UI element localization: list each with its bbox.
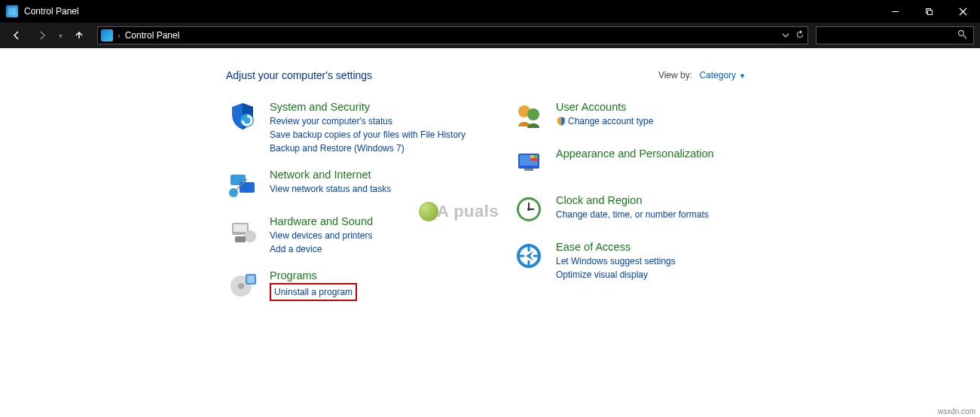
category-hardware: Hardware and SoundView devices and print…: [226, 215, 467, 256]
programs-icon[interactable]: [226, 269, 259, 303]
page-title: Adjust your computer's settings: [226, 69, 372, 81]
category-link[interactable]: Uninstall a program: [270, 283, 467, 301]
view-by-value[interactable]: Category: [699, 70, 736, 81]
breadcrumb-separator-icon: ›: [118, 31, 121, 40]
content: Adjust your computer's settings View by:…: [0, 48, 980, 403]
back-button[interactable]: [6, 25, 27, 46]
category-title[interactable]: Hardware and Sound: [270, 215, 467, 227]
category-link[interactable]: Add a device: [270, 242, 467, 256]
category-title[interactable]: System and Security: [270, 101, 467, 113]
history-dropdown[interactable]: ▾: [57, 32, 64, 40]
minimize-button[interactable]: [878, 0, 912, 23]
view-by: View by: Category▼: [658, 70, 746, 81]
category-title[interactable]: Network and Internet: [270, 169, 467, 181]
category-title[interactable]: Appearance and Personalization: [556, 148, 753, 160]
svg-point-5: [959, 31, 964, 36]
navbar: ▾ › Control Panel: [0, 23, 980, 48]
clock-icon[interactable]: [512, 194, 545, 227]
close-button[interactable]: [946, 0, 980, 23]
category-link[interactable]: View devices and printers: [270, 229, 467, 242]
forward-button[interactable]: [32, 25, 53, 46]
window-controls: [878, 0, 980, 23]
search-icon: [957, 29, 967, 42]
category-link[interactable]: Review your computer's status: [270, 114, 467, 128]
address-icon: [101, 29, 113, 41]
appearance-icon[interactable]: [512, 148, 545, 181]
shield-badge-icon: [556, 116, 566, 130]
category-title[interactable]: Ease of Access: [556, 241, 753, 253]
category-network: Network and InternetView network status …: [226, 169, 467, 202]
address-dropdown-icon[interactable]: [782, 29, 789, 42]
category-link[interactable]: Change account type: [556, 114, 753, 130]
maximize-button[interactable]: [912, 0, 946, 23]
view-by-label: View by:: [658, 70, 692, 81]
category-column-left: System and SecurityReview your computer'…: [226, 101, 467, 316]
refresh-button[interactable]: [795, 29, 804, 42]
titlebar: Control Panel: [0, 0, 980, 23]
users-icon[interactable]: [512, 101, 545, 134]
category-title[interactable]: Clock and Region: [556, 194, 753, 206]
svg-line-6: [963, 35, 966, 38]
address-bar[interactable]: › Control Panel: [97, 26, 808, 44]
up-button[interactable]: [69, 25, 90, 46]
category-link[interactable]: View network status and tasks: [270, 182, 467, 196]
category-link[interactable]: Save backup copies of your files with Fi…: [270, 128, 467, 142]
category-ease: Ease of AccessLet Windows suggest settin…: [512, 241, 753, 282]
category-link[interactable]: Backup and Restore (Windows 7): [270, 142, 467, 155]
category-link[interactable]: Let Windows suggest settings: [556, 254, 753, 268]
category-link[interactable]: Change date, time, or number formats: [556, 208, 753, 221]
category-clock: Clock and RegionChange date, time, or nu…: [512, 194, 753, 227]
app-icon: [6, 5, 18, 17]
breadcrumb[interactable]: Control Panel: [125, 30, 180, 41]
category-programs: ProgramsUninstall a program: [226, 269, 467, 303]
category-appearance: Appearance and Personalization: [512, 148, 753, 181]
window-title: Control Panel: [24, 6, 79, 17]
category-title[interactable]: Programs: [270, 269, 467, 282]
category-column-right: User AccountsChange account typeAppearan…: [512, 101, 753, 316]
svg-rect-2: [928, 10, 933, 14]
ease-icon[interactable]: [512, 241, 545, 274]
hardware-icon[interactable]: [226, 215, 259, 248]
shield-icon[interactable]: [226, 101, 259, 134]
category-users: User AccountsChange account type: [512, 101, 753, 134]
category-title[interactable]: User Accounts: [556, 101, 753, 113]
network-icon[interactable]: [226, 169, 259, 202]
credit: wsxdn.com: [938, 407, 975, 415]
highlight-box: Uninstall a program: [270, 283, 357, 301]
chevron-down-icon[interactable]: ▼: [739, 72, 746, 80]
category-link[interactable]: Optimize visual display: [556, 268, 753, 282]
search-input[interactable]: [816, 26, 974, 44]
category-shield: System and SecurityReview your computer'…: [226, 101, 467, 155]
